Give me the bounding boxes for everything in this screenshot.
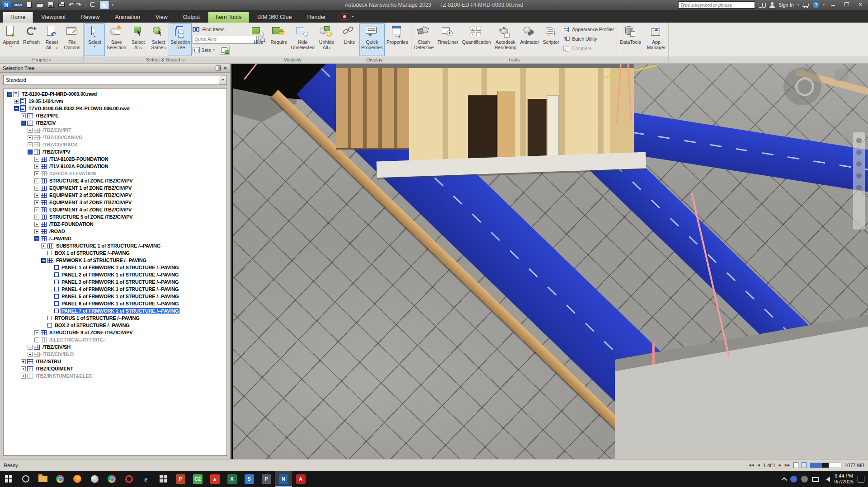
tree-item[interactable]: /CHECK-ELEVATION (4, 170, 226, 177)
tree-item[interactable]: BOX 1 of STRUCTURE /--PAVING (4, 249, 226, 257)
ribbon-button-batch-utility[interactable]: ⇅Batch Utility (563, 35, 614, 43)
taskbar-icon-chrome[interactable] (52, 471, 69, 487)
taskbar-icon-s-app[interactable]: S (241, 471, 258, 487)
taskbar-icon-start[interactable] (0, 471, 17, 487)
tree-expand-toggle[interactable] (34, 178, 39, 183)
tree-expand-toggle[interactable] (34, 215, 39, 220)
tree-expand-toggle[interactable] (28, 352, 33, 357)
tree-item[interactable]: /TBZ/CIV/RACK (4, 141, 226, 148)
print-button[interactable] (58, 1, 66, 9)
tree-item-label[interactable]: /TBZ/CIV/SH (42, 344, 71, 350)
tree-item[interactable]: /TBZ/CIV (4, 119, 226, 126)
viewcube[interactable] (835, 69, 849, 81)
ribbon-button-append[interactable]: +Append▾ (1, 23, 21, 56)
volume-icon[interactable] (823, 477, 830, 482)
redo-button[interactable]: ↷ (76, 1, 81, 9)
ribbon-button-select[interactable]: Select▾ (85, 23, 105, 56)
ribbon-button-properties[interactable]: ‒+Properties (385, 23, 410, 56)
ribbon-group-label[interactable]: Project▾ (0, 56, 83, 64)
tree-item-label[interactable]: RTORUS 1 of STRUCTURE /--PAVING (54, 315, 141, 321)
network-icon[interactable] (812, 477, 819, 482)
sheet-browser-icon[interactable] (793, 462, 798, 468)
media-dropdown-arrow[interactable]: ▾ (352, 15, 354, 19)
new-file-button[interactable] (25, 1, 33, 9)
tree-expand-toggle[interactable] (28, 150, 33, 155)
tree-item-label[interactable]: /TBZ/CIV/CANIVO (42, 135, 84, 140)
taskbar-icon-p-app[interactable]: P (258, 471, 275, 487)
tree-item-label[interactable]: PANEL 7 of FRMWORK 1 of STRUCTURE /--PAV… (61, 308, 179, 314)
tree-expand-toggle[interactable] (14, 106, 19, 111)
tree-item[interactable]: SUBSTRUCTURE 1 of STRUCTURE /--PAVING (4, 242, 226, 249)
tree-item-label[interactable]: PANEL 1 of FRMWORK 1 of STRUCTURE /--PAV… (61, 265, 179, 270)
taskbar-icon-powerpoint[interactable]: P (172, 471, 189, 487)
taskbar-icon-autodesk-a[interactable]: A (292, 471, 309, 487)
3d-viewport[interactable] (233, 64, 868, 459)
tree-item[interactable]: /TBZ-FOUNDATION (4, 220, 226, 228)
tab-review[interactable]: Review (74, 12, 107, 23)
tree-expand-toggle[interactable] (41, 258, 46, 263)
tree-item[interactable]: PANEL 1 of FRMWORK 1 of STRUCTURE /--PAV… (4, 264, 226, 271)
tree-item-label[interactable]: PANEL 6 of FRMWORK 1 of STRUCTURE /--PAV… (61, 301, 179, 306)
selection-tree[interactable]: TZ-8100-ED-PI-MRD-0003.00.nwd19-05-1404.… (3, 89, 227, 456)
panel-header[interactable]: Selection Tree × (0, 64, 230, 73)
tree-item[interactable]: /TBZ/CIV/BLD (4, 351, 226, 358)
taskbar-icon-app-gray[interactable] (86, 471, 103, 487)
next-sheet-button[interactable]: ▶ (779, 463, 782, 467)
tree-item[interactable]: /TBZ/CIV/SH (4, 343, 226, 351)
ribbon-button-datatools[interactable]: DataTools (618, 23, 643, 56)
tree-item-label[interactable]: /--PAVING (48, 236, 72, 241)
tree-item-label[interactable]: STRUCTURE 9 of ZONE /TBZ/CIV/PV (48, 330, 133, 335)
ribbon-group-label[interactable]: Select & Search▾ (84, 56, 247, 64)
tab-animation[interactable]: Animation (108, 12, 147, 23)
tree-item-label[interactable]: /TBZ/CIV/PIT (42, 127, 72, 133)
tree-expand-toggle[interactable] (28, 135, 33, 140)
taskbar-clock[interactable]: 3:44 PM 9/7/2025 (834, 473, 854, 485)
tree-expand-toggle[interactable] (34, 207, 39, 212)
ribbon-button-animator[interactable]: Animator (518, 23, 541, 56)
tree-item-label[interactable]: /ROAD (48, 229, 66, 234)
tree-item[interactable]: /TBZ/INSTUMENT&ELEC (4, 372, 226, 379)
ribbon-button-require[interactable]: Require (269, 23, 289, 56)
tree-expand-toggle[interactable] (34, 193, 39, 198)
navigation-bar[interactable] (853, 132, 865, 229)
tree-item[interactable]: /TBZ/CIV/PV (4, 148, 226, 155)
combo-dropdown-arrow[interactable]: ▾ (219, 75, 226, 84)
open-file-button[interactable] (36, 1, 44, 9)
minimize-button[interactable] (828, 1, 838, 9)
tree-item-label[interactable]: /TBZ/EQUIMENT (35, 366, 74, 371)
ribbon-button-selection-tree[interactable]: SelectionTree (169, 23, 192, 56)
tree-item[interactable]: 19-05-1404.rvm (4, 98, 226, 105)
tray-app-icon[interactable] (801, 476, 808, 482)
tree-item[interactable]: RTORUS 1 of STRUCTURE /--PAVING (4, 314, 226, 322)
tree-expand-toggle[interactable] (34, 330, 39, 335)
ribbon-button-scripter[interactable]: Scripter (541, 23, 561, 56)
ribbon-button-links[interactable]: Links (339, 23, 359, 56)
sheet-list-icon[interactable] (802, 462, 807, 468)
tree-item[interactable]: TZVD-8100-GN-0032-PK-PI-DWG-006.00.nwd (4, 105, 226, 112)
tab-output[interactable]: Output (176, 12, 208, 23)
tree-item-label[interactable]: BOX 1 of STRUCTURE /--PAVING (54, 250, 131, 256)
tree-expand-toggle[interactable] (14, 99, 19, 104)
tree-expand-toggle[interactable] (21, 359, 26, 364)
tree-item[interactable]: PANEL 4 of FRMWORK 1 of STRUCTURE /--PAV… (4, 286, 226, 293)
taskbar-icon-navisworks[interactable]: N (275, 471, 292, 487)
tree-item-label[interactable]: /TBZ/CIV/BLD (42, 351, 75, 357)
sign-in-dropdown-arrow[interactable]: ▾ (797, 3, 799, 7)
tree-item[interactable]: EQUIPMENT 4 of ZONE /TBZ/CIV/PV (4, 206, 226, 213)
ribbon-button-select-same[interactable]: SelectSame▾ (148, 23, 169, 56)
tree-item-label[interactable]: PANEL 4 of FRMWORK 1 of STRUCTURE /--PAV… (61, 286, 179, 292)
media-dropdown-icon[interactable] (339, 13, 350, 20)
ribbon-button-timeliner[interactable]: TimeLiner (435, 23, 460, 56)
tree-item[interactable]: STRUCTURE 9 of ZONE /TBZ/CIV/PV (4, 329, 226, 336)
tree-item-label[interactable]: SUBSTRUCTURE 1 of STRUCTURE /--PAVING (55, 243, 161, 248)
tree-item-label[interactable]: EQUIPMENT 2 of ZONE /TBZ/CIV/PV (48, 192, 132, 198)
tree-item[interactable]: TZ-8100-ED-PI-MRD-0003.00.nwd (4, 90, 226, 98)
tree-expand-toggle[interactable] (34, 171, 39, 176)
tree-item[interactable]: /ROAD (4, 228, 226, 235)
tree-item-label[interactable]: /TLV-8102B-FOUNDATION (48, 156, 109, 162)
tab-home[interactable]: Home (3, 12, 33, 23)
tree-expand-toggle[interactable] (7, 92, 12, 97)
ribbon-button-save-selection[interactable]: SaveSelection (105, 23, 128, 56)
previous-sheet-button[interactable]: ◀ (757, 463, 760, 467)
notification-center-icon[interactable] (858, 476, 864, 482)
